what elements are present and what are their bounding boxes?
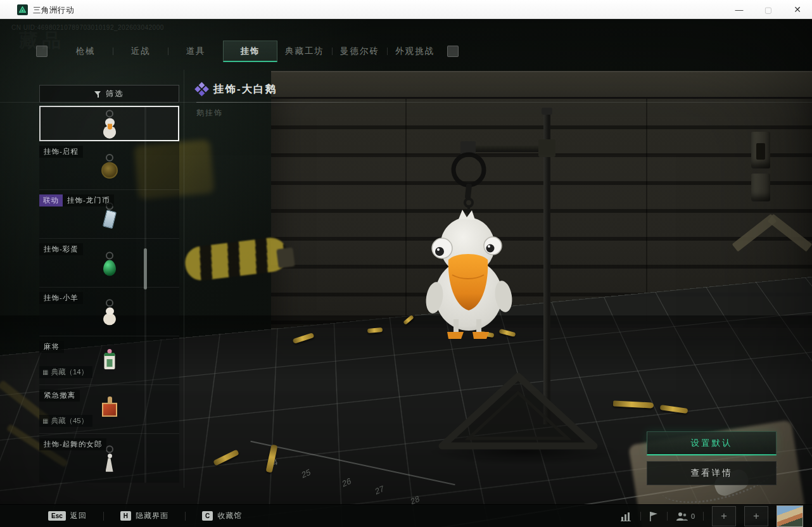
item-label: 麻将 — [39, 341, 64, 353]
item-label: 紧急撤离 — [39, 390, 80, 402]
list-scrollbar[interactable] — [144, 106, 146, 483]
item-label: 挂饰-彩蛋 — [39, 243, 83, 255]
egg-charm — [103, 252, 116, 276]
list-item-qicheng[interactable]: 挂饰-启程 — [39, 141, 179, 190]
title-underline — [196, 102, 405, 103]
charm-hook-icon — [106, 154, 113, 162]
h-keycap: H — [120, 511, 131, 521]
view-details-button[interactable]: 查看详情 — [647, 461, 777, 485]
footer-hotkey-bar: Esc 返回 H 隐藏界面 C 收藏馆 — [0, 504, 812, 527]
hotkey-hide-ui[interactable]: H 隐藏界面 — [120, 511, 168, 521]
action-buttons: 设置默认 查看详情 — [647, 431, 777, 485]
link-badge: 联动 — [39, 194, 63, 206]
report-button[interactable] — [649, 511, 659, 521]
list-item-jinjicheli[interactable]: 紧急撤离 ▦ 典藏（45） — [39, 385, 179, 434]
maximize-button[interactable]: ▢ — [754, 0, 783, 19]
canister-cap — [276, 248, 295, 269]
display-stand-knob — [542, 108, 552, 115]
window-title: 三角洲行动 — [33, 5, 74, 16]
esc-keycap: Esc — [48, 511, 66, 521]
collection-count-text: 典藏（14） — [51, 367, 88, 377]
list-item-caidan[interactable]: 挂饰-彩蛋 — [39, 239, 179, 288]
footer-right-icons: 0 + + — [621, 505, 803, 527]
hotkey-label: 返回 — [70, 511, 87, 521]
mahjong-charm — [104, 353, 115, 369]
lamb-charm — [101, 299, 118, 326]
list-item-majiang[interactable]: 麻将 ▦ 典藏（14） — [39, 336, 179, 385]
c-keycap: C — [202, 511, 213, 521]
item-detail-header: 挂饰-大白鹅 鹅挂饰 — [196, 82, 405, 118]
goose-charm-model — [410, 151, 531, 341]
tab-melee[interactable]: 近战 — [113, 41, 168, 62]
footer-separator — [703, 512, 704, 521]
crate-latch — [751, 174, 770, 201]
team-button[interactable]: 0 — [676, 512, 695, 521]
charm-list: 挂饰-启程 联动 挂饰-龙门币 挂饰-彩蛋 — [39, 106, 179, 483]
invite-slot-button[interactable]: + — [712, 506, 736, 526]
filter-label: 筛选 — [106, 89, 124, 99]
item-label: 挂饰-启程 — [39, 146, 83, 158]
category-tabbar: 枪械 近战 道具 挂饰 典藏工坊 曼德尔砖 外观挑战 — [0, 41, 812, 62]
window-titlebar: 三角洲行动 — ▢ ✕ — [0, 0, 812, 19]
filter-icon — [94, 91, 101, 98]
item-label: 挂饰-小羊 — [39, 292, 83, 304]
goose-charm — [101, 110, 118, 139]
collection-count-badge: ▦ 典藏（45） — [39, 415, 92, 427]
tab-mandel-brick[interactable]: 曼德尔砖 — [333, 41, 387, 62]
rarity-diamond-icon — [194, 82, 209, 97]
collection-icon: ▦ — [42, 417, 48, 424]
hotkey-collection-hall[interactable]: C 收藏馆 — [202, 511, 242, 521]
hotkey-label: 隐藏界面 — [136, 511, 168, 521]
list-scrollbar-thumb[interactable] — [144, 248, 147, 289]
stand-pole-clamp — [538, 139, 555, 157]
stand-triangle-base — [436, 371, 600, 454]
item-label: 挂饰-龙门币 — [63, 194, 114, 206]
minimize-button[interactable]: — — [725, 0, 754, 19]
crate-highlight — [271, 71, 812, 72]
footer-separator — [185, 512, 186, 521]
set-default-button[interactable]: 设置默认 — [647, 431, 777, 455]
tab-next-hotkey-badge[interactable] — [447, 46, 459, 57]
evac-charm — [102, 403, 117, 417]
collection-icon: ▦ — [42, 369, 48, 376]
stats-button[interactable] — [621, 511, 632, 521]
hotkey-label: 收藏馆 — [217, 511, 242, 521]
item-label: 挂饰-起舞的女郎 — [39, 438, 106, 450]
bar-chart-icon — [621, 511, 632, 521]
tab-appearance-challenge[interactable]: 外观挑战 — [388, 41, 442, 62]
filter-button[interactable]: 筛选 — [39, 85, 179, 103]
charm-hook-icon — [106, 110, 113, 117]
app-logo-icon — [17, 4, 28, 15]
footer-separator — [103, 512, 104, 521]
invite-slot-button[interactable]: + — [744, 506, 768, 526]
footer-separator — [667, 512, 668, 521]
tab-charms[interactable]: 挂饰 — [223, 41, 277, 62]
tabs-row: 枪械 近战 道具 挂饰 典藏工坊 曼德尔砖 外观挑战 — [58, 41, 442, 62]
collection-count-text: 典藏（45） — [51, 416, 88, 426]
crate-latch-slot — [756, 143, 765, 160]
list-item-longmenbi[interactable]: 联动 挂饰-龙门币 — [39, 190, 179, 239]
collection-count-badge: ▦ 典藏（14） — [39, 366, 92, 378]
list-item-goose[interactable] — [39, 106, 179, 141]
people-icon — [676, 512, 688, 521]
hotkey-back[interactable]: Esc 返回 — [48, 511, 87, 521]
list-item-xiaoyang[interactable]: 挂饰-小羊 — [39, 288, 179, 336]
item-subtitle: 鹅挂饰 — [196, 108, 405, 118]
footer-hotkeys: Esc 返回 H 隐藏界面 C 收藏馆 — [48, 511, 258, 521]
tab-weapons[interactable]: 枪械 — [58, 41, 113, 62]
crate-seam — [405, 99, 407, 338]
tab-prev-hotkey-badge[interactable] — [36, 46, 48, 57]
tab-gear[interactable]: 道具 — [168, 41, 223, 62]
tab-collection-workshop[interactable]: 典藏工坊 — [277, 41, 332, 62]
footer-separator — [640, 512, 641, 521]
charm-hook-icon — [106, 252, 113, 260]
close-button[interactable]: ✕ — [783, 0, 812, 19]
flag-icon — [649, 511, 659, 521]
panel-divider — [184, 70, 184, 488]
item-list-panel: 筛选 挂饰-启程 联动 挂饰-龙门币 — [39, 85, 179, 483]
team-count: 0 — [691, 512, 695, 520]
item-title: 挂饰-大白鹅 — [213, 82, 277, 96]
charm-hook-icon — [106, 299, 113, 307]
list-item-dancer[interactable]: 挂饰-起舞的女郎 — [39, 434, 179, 483]
event-thumbnail[interactable] — [777, 505, 803, 527]
